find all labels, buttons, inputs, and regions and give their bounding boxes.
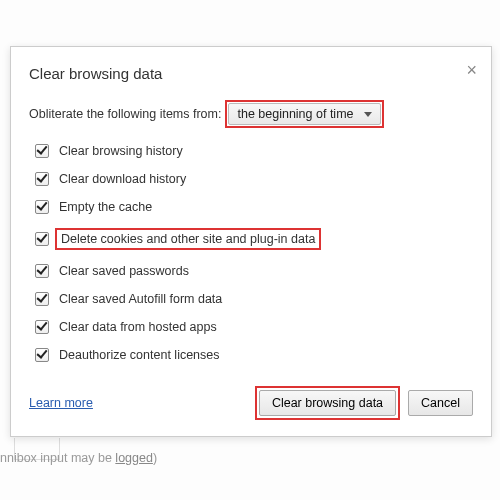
- clear-browsing-data-dialog: × Clear browsing data Obliterate the fol…: [10, 46, 492, 437]
- time-range-row: Obliterate the following items from: the…: [29, 100, 473, 128]
- learn-more-link[interactable]: Learn more: [29, 396, 93, 410]
- checkbox-label: Empty the cache: [59, 200, 152, 214]
- obliterate-label: Obliterate the following items from:: [29, 107, 221, 121]
- checkbox[interactable]: [35, 292, 49, 306]
- checkbox-row: Clear saved Autofill form data: [35, 292, 473, 306]
- checkbox[interactable]: [35, 144, 49, 158]
- clear-browsing-data-button[interactable]: Clear browsing data: [259, 390, 396, 416]
- checkbox-list: Clear browsing history Clear download hi…: [35, 144, 473, 362]
- time-range-value: the beginning of time: [237, 107, 353, 121]
- checkbox-row: Clear saved passwords: [35, 264, 473, 278]
- checkbox-row: Clear browsing history: [35, 144, 473, 158]
- dialog-title: Clear browsing data: [29, 65, 473, 82]
- checkbox[interactable]: [35, 172, 49, 186]
- checkbox[interactable]: [35, 264, 49, 278]
- checkbox-label: Clear saved passwords: [59, 264, 189, 278]
- checkbox-label: Deauthorize content licenses: [59, 348, 220, 362]
- checkbox-label: Clear data from hosted apps: [59, 320, 217, 334]
- checkbox-row: Empty the cache: [35, 200, 473, 214]
- checkbox-row: Deauthorize content licenses: [35, 348, 473, 362]
- checkbox-label: Clear browsing history: [59, 144, 183, 158]
- close-icon[interactable]: ×: [466, 61, 477, 79]
- button-row: Clear browsing data Cancel: [255, 386, 473, 420]
- checkbox[interactable]: [35, 232, 49, 246]
- checkbox-row: Clear data from hosted apps: [35, 320, 473, 334]
- checkbox-label: Delete cookies and other site and plug-i…: [61, 232, 315, 246]
- time-range-highlight: the beginning of time: [225, 100, 383, 128]
- time-range-select[interactable]: the beginning of time: [228, 103, 380, 125]
- background-hint: nnibox input may be logged): [0, 451, 157, 465]
- checkbox-label: Clear download history: [59, 172, 186, 186]
- checkbox-label: Clear saved Autofill form data: [59, 292, 222, 306]
- checkbox-row: Delete cookies and other site and plug-i…: [35, 228, 473, 250]
- clear-button-highlight: Clear browsing data: [255, 386, 400, 420]
- checkbox[interactable]: [35, 348, 49, 362]
- dialog-footer: Learn more Clear browsing data Cancel: [29, 386, 473, 420]
- checkbox[interactable]: [35, 320, 49, 334]
- cancel-button[interactable]: Cancel: [408, 390, 473, 416]
- checkbox-row: Clear download history: [35, 172, 473, 186]
- checkbox[interactable]: [35, 200, 49, 214]
